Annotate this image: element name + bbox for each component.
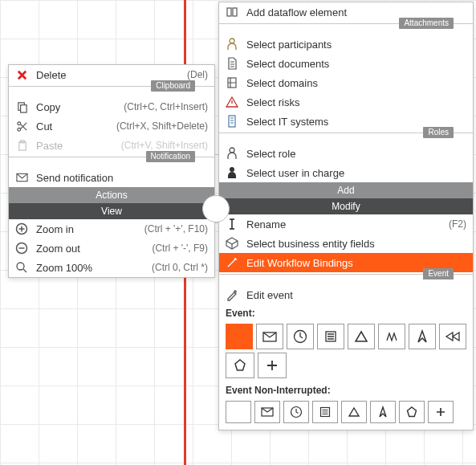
svg-point-15 [230, 148, 234, 153]
domain-icon [224, 75, 240, 91]
paste-hotkey: (Ctrl+V, Shift+Insert) [115, 140, 208, 151]
svg-point-16 [230, 167, 234, 172]
select-user-in-charge-label: Select user in charge [246, 167, 466, 179]
add-dataflow-label: Add dataflow element [246, 6, 466, 18]
copy-icon [14, 99, 30, 115]
send-notification-action[interactable]: Send notification [9, 168, 214, 187]
cut-action[interactable]: Cut (Ctrl+X, Shift+Delete) [9, 116, 214, 136]
ni-plus-icon[interactable] [428, 401, 454, 423]
svg-rect-1 [20, 104, 26, 112]
attachments-section-label: Attachments [399, 18, 454, 29]
svg-point-2 [17, 128, 20, 131]
select-role-label: Select role [246, 148, 466, 160]
tab-actions[interactable]: Actions [9, 187, 214, 203]
roles-section-label: Roles [423, 127, 454, 138]
event-divider: Event [219, 274, 473, 285]
left-tabbar2: View [9, 203, 214, 219]
clipboard-icon [14, 137, 30, 153]
event-escalation-icon[interactable] [409, 324, 436, 349]
attachments-divider: Attachments [219, 23, 473, 35]
select-user-in-charge-action[interactable]: Select user in charge [219, 163, 473, 182]
business-entity-label: Select business entity fields [246, 238, 466, 250]
zoom-reset-icon [14, 259, 30, 275]
zoom-out-action[interactable]: Zoom out (Ctrl + '-', F9) [9, 239, 214, 258]
event-message-icon[interactable] [256, 324, 283, 349]
event-icons-row-2 [219, 353, 473, 381]
rename-label: Rename [246, 218, 442, 230]
text-cursor-icon [224, 216, 240, 232]
person-icon [224, 36, 240, 52]
event-plus-icon[interactable] [258, 353, 287, 378]
select-domains-label: Select domains [246, 77, 466, 89]
mail-icon [14, 169, 30, 186]
select-documents-label: Select documents [246, 58, 466, 70]
ni-conditional-icon[interactable] [312, 401, 338, 423]
edit-icon [224, 287, 240, 303]
event-signal-icon[interactable] [348, 324, 375, 349]
ni-none-icon[interactable] [226, 401, 251, 423]
select-domains-action[interactable]: Select domains [219, 73, 473, 92]
select-risks-action[interactable]: Select risks [219, 92, 473, 112]
ni-parallel-icon[interactable] [399, 401, 425, 423]
cube-icon [224, 235, 240, 251]
send-notification-label: Send notification [36, 172, 208, 184]
zoom-in-hotkey: (Ctrl + '+', F10) [138, 223, 208, 235]
zoom-100-hotkey: (Ctrl 0, Ctrl *) [145, 262, 208, 273]
rename-action[interactable]: Rename (F2) [219, 214, 473, 234]
role-icon [224, 145, 240, 161]
edit-event-action[interactable]: Edit event [219, 285, 473, 304]
tab-modify[interactable]: Modify [219, 198, 473, 214]
event-field-label: Event: [219, 304, 473, 320]
zoom-out-icon [14, 240, 30, 256]
delete-label: Delete [36, 69, 181, 81]
ni-signal-icon[interactable] [341, 401, 367, 423]
tab-add[interactable]: Add [219, 182, 473, 198]
event-noninterrupted-row [219, 398, 473, 430]
zoom-in-action[interactable]: Zoom in (Ctrl + '+', F10) [9, 219, 214, 239]
roles-divider: Roles [219, 133, 473, 144]
left-tabbar: Actions [9, 187, 214, 203]
zoom-in-icon [14, 221, 30, 237]
svg-point-17 [234, 291, 236, 292]
event-multiple-icon[interactable] [378, 324, 405, 349]
event-parallel-icon[interactable] [226, 353, 254, 378]
select-documents-action[interactable]: Select documents [219, 54, 473, 73]
user-solid-icon [224, 165, 240, 181]
ni-timer-icon[interactable] [283, 401, 309, 423]
select-it-systems-label: Select IT systems [246, 116, 466, 128]
zoom-100-action[interactable]: Zoom 100% (Ctrl 0, Ctrl *) [9, 258, 214, 277]
event-icons-row [219, 320, 473, 353]
clipboard-divider: Clipboard [9, 86, 214, 97]
scissors-icon [14, 118, 30, 134]
wand-icon [224, 255, 240, 271]
zoom-out-hotkey: (Ctrl + '-', F9) [145, 243, 208, 254]
dataflow-icon [224, 4, 240, 20]
risk-icon [224, 94, 240, 110]
delete-hotkey: (Del) [181, 69, 208, 80]
event-noninterrupted-label: Event Non-Interrupted: [219, 381, 473, 398]
select-participants-action[interactable]: Select participants [219, 35, 473, 54]
notification-section-label: Notification [146, 151, 195, 162]
svg-rect-10 [227, 8, 231, 16]
copy-hotkey: (Ctrl+C, Ctrl+Insert) [117, 101, 208, 112]
tab-view[interactable]: View [9, 203, 214, 219]
ni-escalation-icon[interactable] [370, 401, 396, 423]
ni-message-icon[interactable] [254, 401, 280, 423]
close-icon [14, 67, 30, 83]
event-compensation-icon[interactable] [439, 324, 466, 349]
svg-point-3 [17, 121, 20, 124]
event-timer-icon[interactable] [287, 324, 314, 349]
copy-action[interactable]: Copy (Ctrl+C, Ctrl+Insert) [9, 97, 214, 116]
event-none-icon[interactable] [226, 324, 253, 349]
right-tabbar2: Modify [219, 198, 473, 214]
actions-panel: Delete (Del) Clipboard Copy (Ctrl+C, Ctr… [8, 64, 215, 278]
radial-menu-hub [202, 195, 230, 222]
select-role-action[interactable]: Select role [219, 144, 473, 163]
svg-point-12 [230, 39, 234, 43]
zoom-out-label: Zoom out [36, 243, 145, 255]
add-modify-panel: Add dataflow element Attachments Select … [218, 2, 474, 430]
select-risks-label: Select risks [246, 96, 466, 108]
business-entity-action[interactable]: Select business entity fields [219, 234, 473, 253]
cut-hotkey: (Ctrl+X, Shift+Delete) [110, 120, 208, 132]
event-conditional-icon[interactable] [317, 324, 344, 349]
